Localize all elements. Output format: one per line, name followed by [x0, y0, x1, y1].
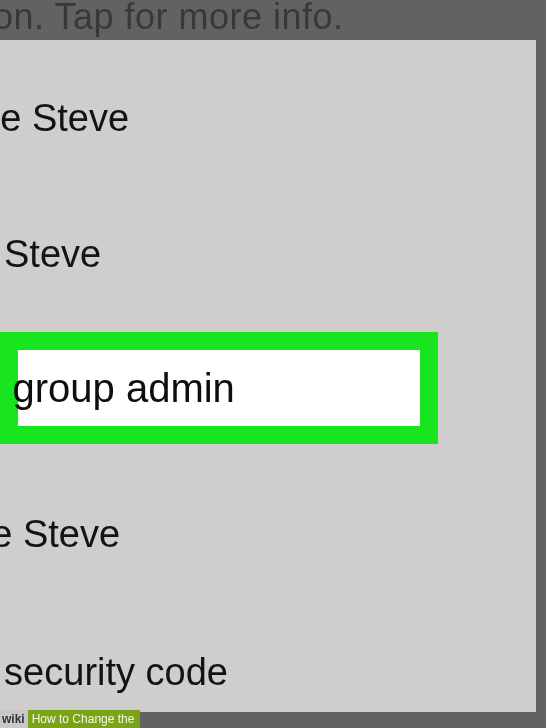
- menu-item-remove[interactable]: nove Steve: [0, 510, 536, 558]
- menu-item-view[interactable]: w Steve: [0, 230, 536, 278]
- encryption-info-text: cryption. Tap for more info.: [0, 0, 344, 37]
- context-menu-sheet: ssage Steve w Steve te group admin nove …: [0, 40, 536, 712]
- watermark-title: How to Change the: [28, 710, 141, 728]
- menu-item-label: ssage Steve: [0, 97, 129, 140]
- watermark-brand: wiki: [0, 710, 28, 728]
- menu-item-label: te group admin: [0, 366, 235, 411]
- menu-item-label: fy security code: [0, 651, 228, 694]
- menu-item-verify-security-code[interactable]: fy security code: [0, 648, 536, 696]
- watermark-brand-prefix: wiki: [2, 710, 25, 728]
- dimmed-background-text: cryption. Tap for more info.: [0, 0, 546, 38]
- menu-item-label: nove Steve: [0, 513, 120, 556]
- wikihow-watermark: wiki How to Change the: [0, 710, 140, 728]
- menu-item-message[interactable]: ssage Steve: [0, 94, 536, 142]
- menu-item-label: w Steve: [0, 233, 101, 276]
- menu-item-make-group-admin[interactable]: te group admin: [0, 332, 438, 444]
